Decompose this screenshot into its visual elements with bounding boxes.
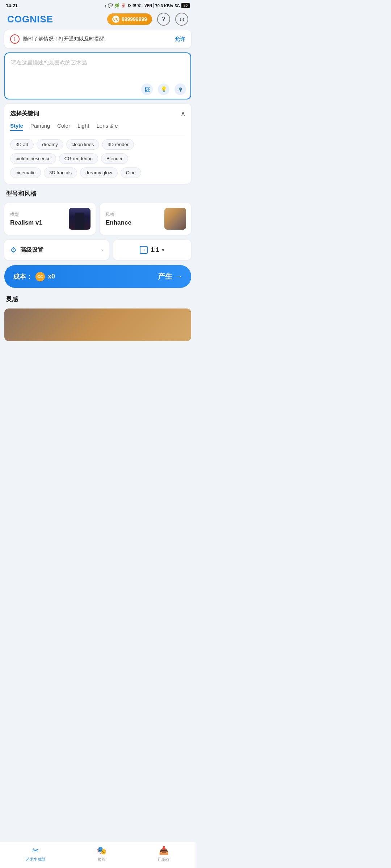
keywords-section: 选择关键词 ∧ Style Painting Color Light Lens …: [4, 104, 191, 184]
model-thumbnail: [69, 208, 91, 230]
tag-dreamy[interactable]: dreamy: [37, 139, 63, 150]
status-bar: 14:21 ↑ 💬 🌿 🀄 ♻ ✉ 支 VPN 70.3 KB/s 5G 80: [0, 0, 196, 10]
tab-light[interactable]: Light: [77, 123, 89, 131]
aspect-ratio-button[interactable]: □ 1:1 ▾: [113, 240, 191, 260]
generate-button[interactable]: 成本： CC x0 产生 →: [4, 265, 191, 288]
model-value: Realism v1: [10, 219, 42, 226]
tag-cg-rendering[interactable]: CG rendering: [59, 153, 98, 164]
produce-text: 产生: [158, 272, 172, 281]
model-info: 模型 Realism v1: [10, 212, 42, 226]
advanced-label: 高级设置: [20, 246, 97, 254]
tab-color[interactable]: Color: [57, 123, 70, 131]
tag-bioluminescence[interactable]: bioluminescence: [10, 153, 56, 164]
model-card[interactable]: 模型 Realism v1: [4, 203, 96, 235]
notification-text: 随时了解情况！打开通知以及时提醒。: [23, 36, 109, 42]
coins-badge[interactable]: CC 999999999: [107, 13, 152, 25]
settings-button[interactable]: ⊙: [175, 13, 188, 26]
advanced-ratio-row: ⚙ 高级设置 › □ 1:1 ▾: [4, 240, 191, 260]
art-description-input[interactable]: 请在这里描述您最喜欢的艺术品 🖼 💡 🎙: [4, 52, 191, 99]
keywords-title: 选择关键词: [10, 110, 39, 118]
tab-style[interactable]: Style: [10, 123, 23, 131]
coins-amount: 999999999: [122, 16, 147, 22]
tag-3d-render[interactable]: 3D render: [102, 139, 134, 150]
tag-cine[interactable]: Cine: [121, 167, 141, 178]
tab-painting[interactable]: Painting: [30, 123, 50, 131]
tag-3d-fractals[interactable]: 3D fractals: [44, 167, 77, 178]
tags-container: 3D art dreamy clean lines 3D render biol…: [10, 139, 185, 178]
status-mail-icon: ✉: [133, 3, 136, 8]
produce-label: 产生 →: [158, 272, 182, 281]
collapse-icon[interactable]: ∧: [181, 110, 185, 118]
tags-row-1: 3D art dreamy clean lines 3D render: [10, 139, 185, 150]
inspiration-preview: [4, 309, 191, 341]
notif-left: ! 随时了解情况！打开通知以及时提醒。: [10, 34, 109, 44]
style-thumb-image: [164, 208, 186, 230]
model-style-title: 型号和风格: [6, 190, 190, 198]
ratio-dropdown-icon: ▾: [162, 247, 164, 253]
image-translate-button[interactable]: 🖼: [141, 84, 153, 95]
tab-lens[interactable]: Lens & e: [96, 123, 118, 131]
ratio-value: 1:1: [151, 247, 159, 253]
advanced-settings-button[interactable]: ⚙ 高级设置 ›: [4, 240, 109, 260]
status-pay-icon: 支: [137, 3, 141, 8]
status-refresh-icon: ♻: [127, 3, 131, 8]
cost-multiplier: x0: [48, 273, 55, 280]
gear-icon: ⊙: [180, 16, 184, 23]
style-label: 风格: [106, 212, 131, 218]
header-actions: CC 999999999 ? ⊙: [107, 13, 188, 26]
tag-3d-art[interactable]: 3D art: [10, 139, 34, 150]
produce-arrow-icon: →: [175, 272, 182, 281]
tag-cinematic[interactable]: cinematic: [10, 167, 41, 178]
style-card[interactable]: 风格 Enhance: [100, 203, 191, 235]
alert-icon: !: [10, 34, 20, 44]
help-button[interactable]: ?: [157, 13, 170, 26]
model-thumb-image: [69, 208, 91, 230]
tags-row-2: bioluminescence CG rendering Blender: [10, 153, 185, 164]
status-right: ↑ 💬 🌿 🀄 ♻ ✉ 支 VPN 70.3 KB/s 5G 80: [105, 3, 190, 8]
style-value: Enhance: [106, 219, 131, 226]
status-leaf-icon: 🌿: [114, 3, 119, 8]
vpn-badge: VPN: [143, 3, 154, 8]
status-cn-icon: 🀄: [121, 3, 126, 8]
style-info: 风格 Enhance: [106, 212, 131, 226]
sliders-icon: ⚙: [10, 246, 17, 254]
model-style-row: 模型 Realism v1 风格 Enhance: [4, 203, 191, 235]
app-logo: COGNISE: [7, 14, 53, 25]
style-thumbnail: [164, 208, 186, 230]
question-icon: ?: [162, 16, 165, 22]
voice-button[interactable]: 🎙: [175, 84, 186, 95]
tags-row-3: cinematic 3D fractals dreamy glow Cine: [10, 167, 185, 178]
idea-button[interactable]: 💡: [158, 84, 169, 95]
keyword-tabs: Style Painting Color Light Lens & e: [10, 123, 185, 134]
inspiration-title: 灵感: [6, 295, 190, 303]
tag-clean-lines[interactable]: clean lines: [66, 139, 99, 150]
input-placeholder: 请在这里描述您最喜欢的艺术品: [11, 58, 185, 67]
mic-icon: 🎙: [178, 86, 183, 93]
input-toolbar: 🖼 💡 🎙: [141, 84, 186, 95]
battery-indicator: 80: [181, 3, 190, 8]
keywords-header: 选择关键词 ∧: [10, 110, 185, 118]
cost-display: 成本： CC x0: [13, 272, 55, 281]
image-text-icon: 🖼: [144, 86, 150, 93]
status-time: 14:21: [6, 3, 18, 8]
allow-button[interactable]: 允许: [175, 36, 185, 43]
ratio-box-icon: □: [143, 248, 145, 252]
status-chat-icon: 💬: [108, 3, 113, 8]
bulb-icon: 💡: [160, 86, 167, 93]
status-speed: 70.3 KB/s: [155, 4, 173, 8]
model-label: 模型: [10, 212, 42, 218]
cost-cc-icon: CC: [35, 272, 45, 281]
app-header: COGNISE CC 999999999 ? ⊙: [0, 10, 196, 30]
cc-icon: CC: [112, 16, 119, 23]
status-network: 5G: [175, 4, 180, 8]
status-upload-icon: ↑: [105, 4, 107, 8]
tag-blender[interactable]: Blender: [101, 153, 128, 164]
ratio-icon: □: [140, 246, 148, 254]
advanced-arrow-icon: ›: [101, 247, 103, 253]
notification-bar: ! 随时了解情况！打开通知以及时提醒。 允许: [4, 30, 191, 48]
cost-label: 成本：: [13, 272, 33, 281]
tag-dreamy-glow[interactable]: dreamy glow: [80, 167, 118, 178]
